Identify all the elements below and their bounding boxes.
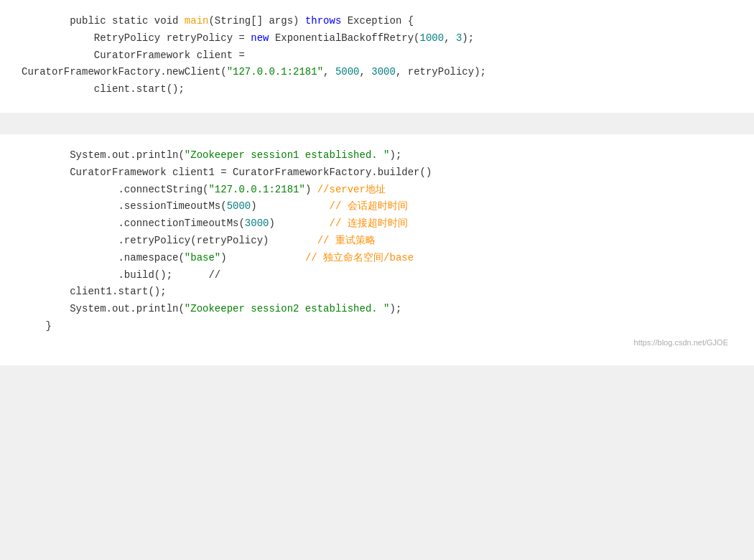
page-container: public static void main(String[] args) t… [0,0,754,365]
code-token: System.out.println( [22,149,185,161]
code-token: // 会话超时时间 [329,200,407,212]
code-line: System.out.println("Zookeeper session2 e… [22,301,732,318]
code-token: main [185,15,209,27]
code-token: CuratorFramework client = [22,50,245,61]
code-token: ExponentialBackoffRetry( [269,32,419,44]
code-line: System.out.println("Zookeeper session1 e… [22,147,732,164]
code-token: , [323,66,335,78]
code-token: public static void [22,15,185,27]
code-line: public static void main(String[] args) t… [22,13,732,30]
code-token: , [444,32,456,44]
code-token: , retryPolicy); [396,66,486,78]
code-token: "base" [185,252,220,263]
code-token: //server地址 [317,184,386,195]
code-token: .build(); // [22,269,220,281]
code-token: .sessionTimeoutMs( [22,200,227,212]
code-token: 3000 [371,66,396,78]
code-token: ) [269,218,329,229]
code-token: 5000 [335,66,360,78]
code-token: 5000 [227,200,251,212]
code-token: , [360,66,372,78]
code-token: (String[] args) [208,15,304,27]
code-token: 1000 [420,32,445,44]
code-token: .namespace( [22,252,185,263]
code-token: client.start(); [22,83,185,95]
code-token: // 独立命名空间/base [305,252,414,263]
code-token: // 重试策略 [317,235,376,246]
code-line: .retryPolicy(retryPolicy) // 重试策略 [22,233,732,250]
code-line: } [22,318,732,335]
code-token: "127.0.0.1:2181" [227,66,323,78]
code-token: Exception { [341,15,414,27]
code-token: ) [305,184,317,195]
top-code-block: public static void main(String[] args) t… [0,0,754,113]
code-line: RetryPolicy retryPolicy = new Exponentia… [22,30,732,47]
code-line: .build(); // [22,267,732,284]
code-line: client1.start(); [22,284,732,301]
code-token: } [22,320,52,332]
code-token: .retryPolicy(retryPolicy) [22,235,317,246]
code-line: .connectionTimeoutMs(3000) // 连接超时时间 [22,215,732,233]
watermark: https://blog.csdn.net/GJOE [22,335,732,348]
top-code-pre: public static void main(String[] args) t… [22,13,732,98]
code-token: ) [220,252,305,263]
code-token: .connectionTimeoutMs( [22,218,245,229]
code-line: CuratorFramework client = [22,47,732,65]
code-line: .connectString("127.0.0.1:2181") //serve… [22,182,732,199]
code-token: ) [251,200,329,212]
bottom-code-pre: System.out.println("Zookeeper session1 e… [22,147,732,335]
code-token: CuratorFrameworkFactory.newClient( [22,66,227,78]
code-token: RetryPolicy retryPolicy = [22,32,251,44]
code-line: client.start(); [22,81,732,98]
code-token: 3000 [245,218,269,229]
code-token: "127.0.0.1:2181" [208,184,304,195]
code-token: new [251,32,269,44]
code-token: ); [390,149,402,161]
code-line: .sessionTimeoutMs(5000) // 会话超时时间 [22,198,732,215]
code-token: ); [390,303,402,314]
code-token: ); [462,32,474,44]
bottom-code-block: System.out.println("Zookeeper session1 e… [0,134,754,365]
code-line: CuratorFramework client1 = CuratorFramew… [22,164,732,182]
code-token: "Zookeeper session2 established. " [185,303,390,314]
code-line: CuratorFrameworkFactory.newClient("127.0… [22,64,732,81]
code-line: .namespace("base") // 独立命名空间/base [22,250,732,267]
code-token: CuratorFramework client1 = CuratorFramew… [22,167,432,178]
code-token: // 连接超时时间 [329,218,407,229]
code-token: .connectString( [22,184,208,195]
code-token: throws [305,15,341,27]
code-token: "Zookeeper session1 established. " [185,149,390,161]
section-divider [0,113,754,134]
code-token: client1.start(); [22,286,167,297]
code-token: System.out.println( [22,303,185,314]
